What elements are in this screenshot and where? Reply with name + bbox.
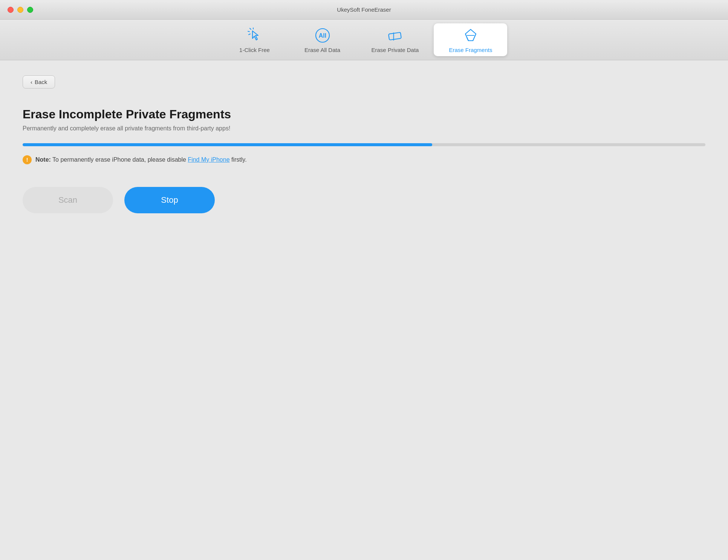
back-chevron-icon: ‹ (31, 79, 32, 85)
tab-one-click[interactable]: 1-Click Free (221, 23, 289, 56)
stop-button[interactable]: Stop (124, 187, 215, 213)
scan-button[interactable]: Scan (23, 187, 113, 213)
tab-erase-private[interactable]: Erase Private Data (356, 23, 434, 56)
find-my-iphone-link[interactable]: Find My iPhone (188, 156, 229, 163)
svg-text:All: All (318, 32, 326, 39)
progress-bar-container (23, 143, 705, 146)
tab-erase-all-label: Erase All Data (304, 47, 340, 53)
svg-rect-6 (389, 32, 402, 40)
back-button-label: Back (35, 79, 47, 85)
maximize-button[interactable] (27, 7, 33, 13)
close-button[interactable] (8, 7, 14, 13)
minimize-button[interactable] (17, 7, 23, 13)
svg-line-0 (250, 28, 251, 29)
note-suffix: firstly. (230, 156, 247, 163)
tab-erase-private-label: Erase Private Data (372, 47, 419, 53)
section-subtitle: Permanently and completely erase all pri… (23, 125, 705, 132)
erase-private-icon (386, 26, 404, 44)
warning-icon: ! (23, 155, 32, 164)
note-prefix: Note: (35, 156, 51, 163)
title-bar: UkeySoft FoneEraser (0, 0, 728, 20)
note-text: Note: To permanently erase iPhone data, … (35, 156, 247, 163)
svg-line-1 (248, 31, 249, 32)
tab-erase-fragments[interactable]: Erase Fragments (434, 23, 507, 56)
erase-all-icon: All (314, 26, 332, 44)
section-title: Erase Incomplete Private Fragments (23, 107, 705, 121)
one-click-icon (246, 26, 264, 44)
svg-line-2 (249, 34, 250, 35)
back-button[interactable]: ‹ Back (23, 75, 55, 89)
tab-erase-fragments-label: Erase Fragments (449, 47, 492, 53)
tab-one-click-label: 1-Click Free (239, 47, 270, 53)
tab-erase-all[interactable]: All Erase All Data (289, 23, 356, 56)
traffic-lights (8, 7, 33, 13)
erase-fragments-icon (462, 26, 480, 44)
buttons-row: Scan Stop (23, 187, 705, 213)
note-row: ! Note: To permanently erase iPhone data… (23, 155, 705, 164)
main-content: ‹ Back Erase Incomplete Private Fragment… (0, 60, 728, 560)
progress-bar-fill (23, 143, 432, 146)
toolbar: 1-Click Free All Erase All Data Erase Pr… (0, 20, 728, 60)
note-body: To permanently erase iPhone data, please… (51, 156, 188, 163)
window-title: UkeySoft FoneEraser (337, 6, 391, 13)
